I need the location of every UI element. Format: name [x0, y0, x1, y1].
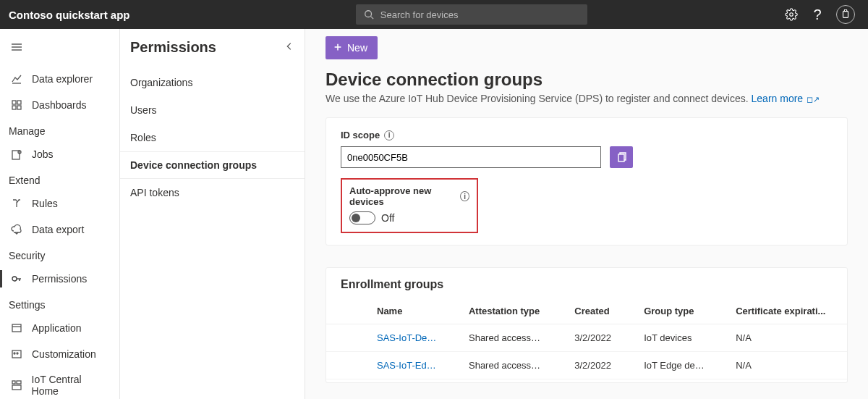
- page-description: We use the Azure IoT Hub Device Provisio…: [326, 93, 848, 104]
- svg-rect-27: [618, 154, 624, 161]
- cell-created: 3/2/2022: [560, 324, 629, 352]
- nav-rules[interactable]: Rules: [0, 190, 119, 217]
- search-input[interactable]: [380, 9, 582, 20]
- svg-rect-9: [17, 101, 21, 104]
- info-icon[interactable]: i: [384, 130, 394, 140]
- nav-label: Application: [32, 322, 82, 334]
- col-select: [326, 298, 362, 324]
- svg-rect-3: [843, 12, 848, 18]
- svg-rect-23: [17, 381, 21, 384]
- global-search[interactable]: [356, 4, 587, 25]
- nav-permissions[interactable]: Permissions: [0, 266, 119, 292]
- cell-created: 3/2/2022: [560, 352, 629, 379]
- subnav-roles[interactable]: Roles: [120, 124, 305, 151]
- col-created[interactable]: Created: [560, 298, 629, 324]
- id-scope-input[interactable]: [341, 146, 601, 168]
- nav-application[interactable]: Application: [0, 315, 119, 341]
- feedback-icon[interactable]: [836, 5, 855, 24]
- cell-attestation: Shared access…: [454, 324, 560, 352]
- col-group-type[interactable]: Group type: [629, 298, 721, 324]
- app-header: Contoso quickstart app ?: [0, 0, 868, 29]
- subnav-device-connection-groups[interactable]: Device connection groups: [120, 151, 305, 179]
- gear-icon[interactable]: [784, 7, 799, 22]
- permissions-subnav: Permissions Organizations Users Roles De…: [120, 29, 305, 399]
- nav-label: Data export: [32, 224, 84, 235]
- auto-approve-state: Off: [381, 212, 394, 224]
- cell-cert: N/A: [721, 324, 847, 352]
- nav-dashboards[interactable]: Dashboards: [0, 92, 119, 118]
- nav-data-export[interactable]: Data export: [0, 217, 119, 243]
- collapse-panel-icon[interactable]: [284, 41, 294, 54]
- nav-label: Data explorer: [32, 73, 93, 85]
- external-link-icon: ◻↗: [804, 95, 820, 104]
- help-icon[interactable]: ?: [810, 7, 825, 22]
- search-icon: [362, 7, 376, 22]
- nav-label: Rules: [32, 198, 58, 209]
- svg-line-1: [370, 17, 373, 20]
- auto-approve-toggle[interactable]: [349, 211, 375, 224]
- grid-icon: [10, 98, 23, 112]
- nav-label: Jobs: [32, 148, 54, 160]
- col-cert-expiration[interactable]: Certificate expirati...: [721, 298, 847, 324]
- auto-approve-highlight: Auto-approve new devices i Off: [341, 178, 478, 233]
- info-icon[interactable]: i: [460, 191, 469, 201]
- group-name-link[interactable]: SAS-IoT-Edge…: [362, 352, 454, 379]
- svg-rect-24: [12, 385, 21, 390]
- menu-toggle-icon[interactable]: [0, 36, 119, 66]
- svg-point-0: [365, 11, 372, 17]
- nav-section-settings: Settings: [0, 292, 119, 315]
- svg-point-20: [14, 353, 15, 354]
- subnav-organizations[interactable]: Organizations: [120, 69, 305, 96]
- svg-rect-17: [12, 324, 21, 332]
- nav-label: Customization: [32, 348, 96, 360]
- panel-title: Permissions: [130, 39, 216, 56]
- new-button[interactable]: New: [326, 36, 378, 59]
- main-content: New Device connection groups We use the …: [305, 29, 868, 399]
- table-row[interactable]: SAS-IoT-Edge… Shared access… 3/2/2022 Io…: [326, 352, 847, 379]
- nav-label: Dashboards: [32, 99, 87, 111]
- learn-more-link[interactable]: Learn more ◻↗: [752, 93, 820, 104]
- nav-customization[interactable]: Customization: [0, 341, 119, 367]
- new-button-label: New: [347, 42, 367, 54]
- svg-rect-8: [12, 101, 16, 104]
- cloud-export-icon: [10, 223, 23, 236]
- nav-label: IoT Central Home: [32, 374, 109, 397]
- nav-section-manage: Manage: [0, 118, 119, 141]
- svg-point-2: [790, 13, 793, 17]
- key-icon: [10, 272, 23, 285]
- enrollment-groups-card: Enrollment groups Name Attestation type …: [326, 267, 848, 383]
- svg-point-14: [12, 277, 17, 281]
- nav-iot-central-home[interactable]: IoT Central Home: [0, 367, 119, 399]
- left-nav-rail: Data explorer Dashboards Manage Jobs Ext…: [0, 29, 120, 399]
- cell-group-type: IoT devices: [629, 324, 721, 352]
- svg-rect-22: [12, 381, 15, 384]
- plus-icon: [333, 42, 343, 54]
- window-icon: [10, 322, 23, 335]
- col-attestation[interactable]: Attestation type: [454, 298, 560, 324]
- copy-id-scope-button[interactable]: [610, 146, 633, 168]
- nav-jobs[interactable]: Jobs: [0, 141, 119, 167]
- svg-point-21: [17, 353, 18, 354]
- col-name[interactable]: Name: [362, 298, 454, 324]
- svg-rect-11: [17, 106, 21, 109]
- cell-group-type: IoT Edge devi…: [629, 352, 721, 379]
- subnav-api-tokens[interactable]: API tokens: [120, 179, 305, 206]
- page-title: Device connection groups: [326, 70, 848, 90]
- app-title: Contoso quickstart app: [9, 9, 130, 21]
- id-scope-card: ID scope i Auto-approve new devices i Of…: [326, 117, 848, 245]
- auto-approve-label: Auto-approve new devices: [349, 185, 456, 207]
- palette-icon: [10, 348, 23, 361]
- nav-data-explorer[interactable]: Data explorer: [0, 66, 119, 92]
- id-scope-label: ID scope: [341, 130, 380, 140]
- nav-label: Permissions: [32, 273, 87, 285]
- nav-section-extend: Extend: [0, 167, 119, 190]
- home-grid-icon: [10, 379, 23, 392]
- subnav-users[interactable]: Users: [120, 96, 305, 124]
- table-row[interactable]: SAS-IoT-Devi… Shared access… 3/2/2022 Io…: [326, 324, 847, 352]
- cell-attestation: Shared access…: [454, 352, 560, 379]
- group-name-link[interactable]: SAS-IoT-Devi…: [362, 324, 454, 352]
- svg-rect-10: [12, 106, 16, 109]
- nav-section-security: Security: [0, 243, 119, 266]
- enrollment-groups-title: Enrollment groups: [326, 268, 847, 298]
- cell-cert: N/A: [721, 352, 847, 379]
